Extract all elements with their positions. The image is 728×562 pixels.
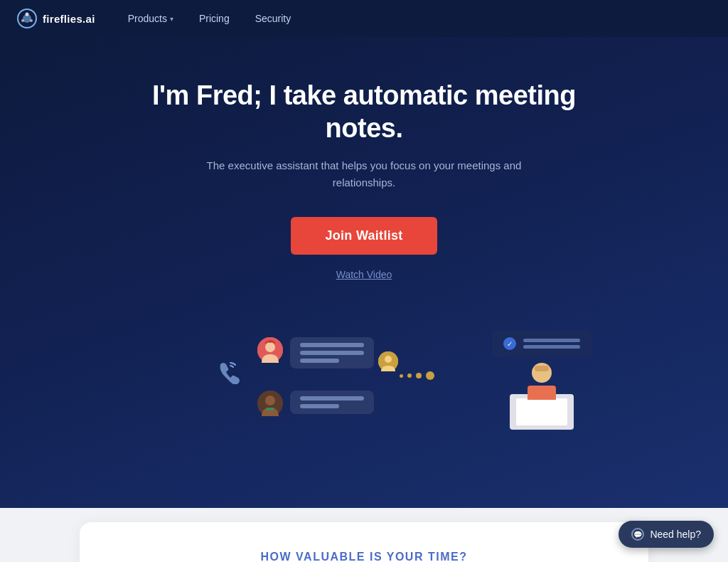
avatar-1 xyxy=(257,337,283,363)
hero-subtitle: The executive assistant that helps you f… xyxy=(193,157,535,191)
join-waitlist-button[interactable]: Join Waitlist xyxy=(291,217,437,255)
bubble-line xyxy=(300,359,339,363)
logo-icon xyxy=(17,9,37,28)
watch-video-link[interactable]: Watch Video xyxy=(336,269,392,280)
laptop-group xyxy=(510,386,574,430)
svg-point-11 xyxy=(385,356,392,363)
note-lines xyxy=(523,339,580,349)
dot xyxy=(407,373,412,378)
svg-point-2 xyxy=(26,13,29,16)
bubble-line xyxy=(300,404,339,408)
bubble-line xyxy=(300,343,364,347)
hero-title: I'm Fred; I take automatic meeting notes… xyxy=(115,80,613,144)
hero-illustration: ✓ xyxy=(115,323,613,451)
note-line xyxy=(523,345,580,349)
laptop-screen xyxy=(516,398,567,425)
chevron-down-icon: ▾ xyxy=(170,15,173,23)
nav-pricing[interactable]: Pricing xyxy=(189,9,240,28)
check-icon: ✓ xyxy=(503,337,516,350)
hero-section: I'm Fred; I take automatic meeting notes… xyxy=(0,37,728,508)
nav-products[interactable]: Products ▾ xyxy=(118,9,183,28)
dot xyxy=(426,371,434,380)
mid-character xyxy=(378,351,398,371)
chat-icon: 💬 xyxy=(631,528,644,541)
bubble-line xyxy=(300,351,364,355)
bubble-line xyxy=(300,396,364,401)
avatar-2 xyxy=(257,391,283,416)
logo-text: fireflies.ai xyxy=(43,13,95,25)
note-box: ✓ xyxy=(492,330,592,357)
chat-bubble-1 xyxy=(290,337,374,369)
nav-links: Products ▾ Pricing Security xyxy=(118,9,301,28)
svg-point-8 xyxy=(265,396,275,405)
mid-avatar xyxy=(378,351,398,371)
logo[interactable]: fireflies.ai xyxy=(17,9,95,28)
person-at-laptop xyxy=(492,363,592,430)
svg-point-3 xyxy=(30,19,33,22)
svg-rect-9 xyxy=(266,408,274,410)
avatar-2-group xyxy=(257,391,374,416)
dots-path xyxy=(400,371,434,380)
person-head xyxy=(532,363,552,383)
navbar: fireflies.ai Products ▾ Pricing Security xyxy=(0,0,728,37)
chat-bubble-2 xyxy=(290,391,374,414)
right-side-group: ✓ xyxy=(492,330,592,430)
value-card: HOW VALUABLE IS YOUR TIME? You don't hav… xyxy=(80,522,648,562)
dot xyxy=(400,374,403,378)
note-line xyxy=(523,339,580,342)
avatar-1-group xyxy=(257,337,374,369)
nav-security[interactable]: Security xyxy=(245,9,301,28)
value-heading: HOW VALUABLE IS YOUR TIME? xyxy=(122,551,606,562)
svg-point-4 xyxy=(21,19,24,22)
dot xyxy=(416,373,422,378)
svg-point-6 xyxy=(265,342,275,352)
need-help-button[interactable]: 💬 Need help? xyxy=(619,521,714,548)
phone-icon xyxy=(215,359,240,390)
